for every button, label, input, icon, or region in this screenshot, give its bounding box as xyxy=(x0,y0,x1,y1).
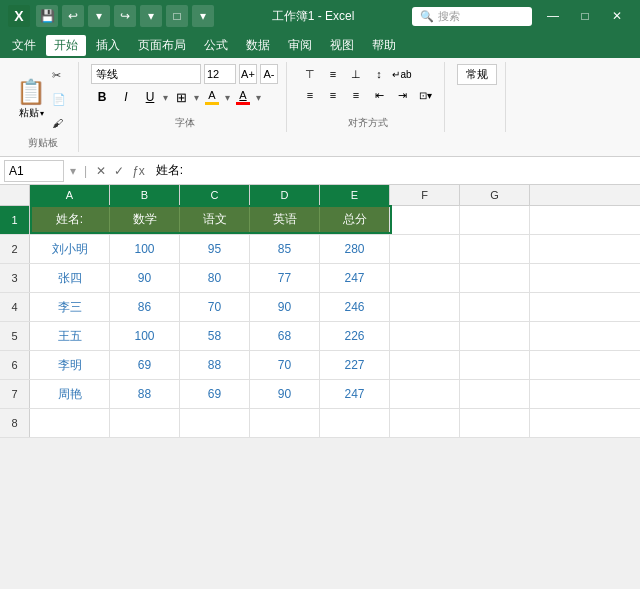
cell-e6[interactable]: 227 xyxy=(320,351,390,379)
cell-f5[interactable] xyxy=(390,322,460,350)
cell-c6[interactable]: 88 xyxy=(180,351,250,379)
align-center-btn[interactable]: ≡ xyxy=(322,85,344,105)
align-middle-btn[interactable]: ≡ xyxy=(322,64,344,84)
cell-b2[interactable]: 100 xyxy=(110,235,180,263)
cell-c3[interactable]: 80 xyxy=(180,264,250,292)
cell-g1[interactable] xyxy=(460,206,530,234)
cell-f6[interactable] xyxy=(390,351,460,379)
border-button[interactable]: ⊞ xyxy=(170,86,192,108)
cell-b5[interactable]: 100 xyxy=(110,322,180,350)
row-num-3[interactable]: 3 xyxy=(0,264,30,292)
cell-c7[interactable]: 69 xyxy=(180,380,250,408)
bold-button[interactable]: B xyxy=(91,86,113,108)
menu-home[interactable]: 开始 xyxy=(46,35,86,56)
cell-b8[interactable] xyxy=(110,409,180,437)
align-right-btn[interactable]: ≡ xyxy=(345,85,367,105)
cell-g4[interactable] xyxy=(460,293,530,321)
increase-indent-btn[interactable]: ⇥ xyxy=(391,85,413,105)
col-header-a[interactable]: A xyxy=(30,185,110,205)
cell-d2[interactable]: 85 xyxy=(250,235,320,263)
cell-e8[interactable] xyxy=(320,409,390,437)
decrease-indent-btn[interactable]: ⇤ xyxy=(368,85,390,105)
cell-g6[interactable] xyxy=(460,351,530,379)
cell-c4[interactable]: 70 xyxy=(180,293,250,321)
row-num-4[interactable]: 4 xyxy=(0,293,30,321)
cell-e5[interactable]: 226 xyxy=(320,322,390,350)
cell-e2[interactable]: 280 xyxy=(320,235,390,263)
col-header-e[interactable]: E xyxy=(320,185,390,205)
paste-button[interactable]: 📋 粘贴 ▾ xyxy=(16,78,46,120)
cell-b6[interactable]: 69 xyxy=(110,351,180,379)
align-top-btn[interactable]: ⊤ xyxy=(299,64,321,84)
row-num-7[interactable]: 7 xyxy=(0,380,30,408)
underline-button[interactable]: U xyxy=(139,86,161,108)
row-num-6[interactable]: 6 xyxy=(0,351,30,379)
cell-b1[interactable]: 数学 xyxy=(110,206,180,234)
row-num-5[interactable]: 5 xyxy=(0,322,30,350)
cell-a3[interactable]: 张四 xyxy=(30,264,110,292)
cell-a4[interactable]: 李三 xyxy=(30,293,110,321)
formula-cancel-icon[interactable]: ✕ xyxy=(93,162,109,180)
row-num-1[interactable]: 1 xyxy=(0,206,30,234)
cell-a7[interactable]: 周艳 xyxy=(30,380,110,408)
italic-button[interactable]: I xyxy=(115,86,137,108)
cell-c8[interactable] xyxy=(180,409,250,437)
undo-arrow[interactable]: ▾ xyxy=(88,5,110,27)
customize-btn[interactable]: ▾ xyxy=(140,5,162,27)
cell-a6[interactable]: 李明 xyxy=(30,351,110,379)
menu-formula[interactable]: 公式 xyxy=(196,35,236,56)
cell-reference-box[interactable]: A1 xyxy=(4,160,64,182)
cell-g3[interactable] xyxy=(460,264,530,292)
menu-help[interactable]: 帮助 xyxy=(364,35,404,56)
undo-btn[interactable]: ↩ xyxy=(62,5,84,27)
cell-g7[interactable] xyxy=(460,380,530,408)
menu-view[interactable]: 视图 xyxy=(322,35,362,56)
font-decrease-btn[interactable]: A- xyxy=(260,64,278,84)
row-num-8[interactable]: 8 xyxy=(0,409,30,437)
cell-f7[interactable] xyxy=(390,380,460,408)
cell-b4[interactable]: 86 xyxy=(110,293,180,321)
format-painter-button[interactable]: 🖌 xyxy=(48,112,70,134)
cell-d7[interactable]: 90 xyxy=(250,380,320,408)
wrap-text-btn[interactable]: ↵ab xyxy=(391,64,413,84)
merge-cells-btn[interactable]: ⊡▾ xyxy=(414,85,436,105)
formula-input[interactable] xyxy=(152,164,636,178)
minimize-btn[interactable]: — xyxy=(538,5,568,27)
font-size-input[interactable] xyxy=(204,64,236,84)
cell-e4[interactable]: 246 xyxy=(320,293,390,321)
cell-f4[interactable] xyxy=(390,293,460,321)
cell-c2[interactable]: 95 xyxy=(180,235,250,263)
cell-d3[interactable]: 77 xyxy=(250,264,320,292)
col-header-f[interactable]: F xyxy=(390,185,460,205)
cell-d6[interactable]: 70 xyxy=(250,351,320,379)
cell-a8[interactable] xyxy=(30,409,110,437)
font-increase-btn[interactable]: A+ xyxy=(239,64,257,84)
cell-a1[interactable]: 姓名: xyxy=(30,206,110,234)
menu-data[interactable]: 数据 xyxy=(238,35,278,56)
cell-g5[interactable] xyxy=(460,322,530,350)
menu-pagelayout[interactable]: 页面布局 xyxy=(130,35,194,56)
cell-g2[interactable] xyxy=(460,235,530,263)
cell-b7[interactable]: 88 xyxy=(110,380,180,408)
cell-a5[interactable]: 王五 xyxy=(30,322,110,350)
font-name-input[interactable] xyxy=(91,64,201,84)
save-btn[interactable]: 💾 xyxy=(36,5,58,27)
font-color-button[interactable]: A xyxy=(232,86,254,108)
cell-b3[interactable]: 90 xyxy=(110,264,180,292)
align-bottom-btn[interactable]: ⊥ xyxy=(345,64,367,84)
menu-review[interactable]: 审阅 xyxy=(280,35,320,56)
copy-button[interactable]: 📄 xyxy=(48,88,70,110)
mode-arrow[interactable]: ▾ xyxy=(192,5,214,27)
fill-color-button[interactable]: A xyxy=(201,86,223,108)
cell-f1[interactable] xyxy=(390,206,460,234)
cell-d8[interactable] xyxy=(250,409,320,437)
mode-btn[interactable]: □ xyxy=(166,5,188,27)
cell-c1[interactable]: 语文 xyxy=(180,206,250,234)
align-left-btn[interactable]: ≡ xyxy=(299,85,321,105)
cell-e3[interactable]: 247 xyxy=(320,264,390,292)
col-header-d[interactable]: D xyxy=(250,185,320,205)
cell-f8[interactable] xyxy=(390,409,460,437)
cell-c5[interactable]: 58 xyxy=(180,322,250,350)
formula-confirm-icon[interactable]: ✓ xyxy=(111,162,127,180)
maximize-btn[interactable]: □ xyxy=(570,5,600,27)
